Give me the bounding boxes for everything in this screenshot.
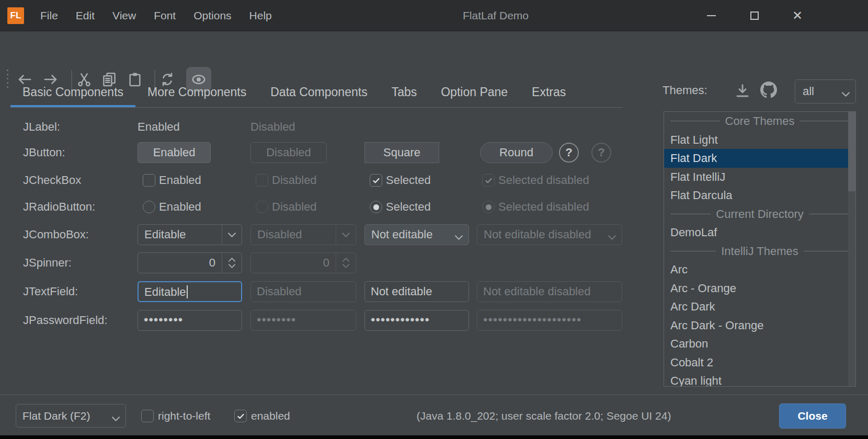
toolbar <box>0 32 868 64</box>
themes-label: Themes: <box>663 78 707 102</box>
radio-disabled-label: Disabled <box>272 201 317 213</box>
combobox-not-editable-disabled: Not editable disabled <box>477 224 622 245</box>
theme-item-cobalt-2[interactable]: Cobalt 2 <box>664 353 855 372</box>
jpasswordfield-row-label: JPasswordField: <box>23 311 135 330</box>
toolbar-grip-handle[interactable] <box>7 70 8 88</box>
theme-item-arc-dark-orange[interactable]: Arc Dark - Orange <box>664 316 855 335</box>
spinner-enabled[interactable]: 0 <box>138 252 242 273</box>
themes-scrollbar[interactable] <box>848 112 855 386</box>
combo-arrow-section <box>336 225 356 245</box>
chevron-down-icon <box>608 233 616 237</box>
checkmark-icon <box>372 177 380 184</box>
laf-selector-combobox[interactable]: Flat Dark (F2) <box>16 404 126 428</box>
radio-selected-label: Selected <box>386 201 431 213</box>
theme-item-flat-light[interactable]: Flat Light <box>664 131 855 149</box>
checkbox-disabled <box>256 174 268 187</box>
checkbox-enabled[interactable] <box>143 174 155 187</box>
app-logo-icon: FL <box>7 7 24 24</box>
theme-item-flat-dark-selected[interactable]: Flat Dark <box>664 149 855 168</box>
radio-selected[interactable] <box>370 201 382 213</box>
themes-separator: IntelliJ Themes <box>664 242 855 261</box>
tab-more-components[interactable]: More Components <box>135 78 258 108</box>
combobox-editable[interactable]: Editable <box>138 224 242 245</box>
jradiobutton-row-label: JRadioButton: <box>23 198 135 216</box>
close-window-button[interactable]: ✕ <box>780 0 815 31</box>
minimize-icon <box>707 15 716 16</box>
close-icon: ✕ <box>792 9 803 22</box>
checkmark-icon <box>485 177 493 184</box>
checkbox-selected-label: Selected <box>386 174 431 187</box>
tab-data-components[interactable]: Data Components <box>258 78 379 108</box>
theme-item-flat-darcula[interactable]: Flat Darcula <box>664 186 855 205</box>
radio-enabled[interactable] <box>143 201 155 213</box>
themes-separator: Core Themes <box>664 112 855 131</box>
theme-item-carbon[interactable]: Carbon <box>664 334 855 353</box>
tab-extras[interactable]: Extras <box>520 78 578 108</box>
help-button[interactable]: ? <box>559 143 579 163</box>
jbutton-row-label: JButton: <box>23 143 135 162</box>
tab-separator-line <box>10 107 623 108</box>
combobox-not-editable[interactable]: Not editable <box>364 224 469 245</box>
disabled-button: Disabled <box>250 142 327 163</box>
jspinner-row-label: JSpinner: <box>23 253 135 272</box>
menu-edit[interactable]: Edit <box>67 0 104 31</box>
theme-item-arc-orange[interactable]: Arc - Orange <box>664 279 855 298</box>
theme-filter-combobox[interactable]: all <box>795 79 856 103</box>
themes-separator: Current Directory <box>664 205 855 224</box>
chevron-down-icon <box>842 89 850 94</box>
radio-enabled-label: Enabled <box>159 201 201 213</box>
themes-list: Core Themes Flat Light Flat Dark Flat In… <box>664 111 856 387</box>
status-info-text: (Java 1.8.0_202; user scale factor 2.0; … <box>220 404 868 428</box>
jlabel-enabled: Enabled <box>138 118 180 136</box>
textfield-editable[interactable]: Editable <box>138 281 242 302</box>
tab-option-pane[interactable]: Option Pane <box>429 78 520 108</box>
tab-basic-components[interactable]: Basic Components <box>10 78 135 108</box>
textfield-not-editable[interactable]: Not editable <box>364 281 469 302</box>
theme-item-arc-dark[interactable]: Arc Dark <box>664 297 855 316</box>
passwordfield-editable[interactable]: •••••••• <box>138 310 242 331</box>
github-link-button[interactable] <box>760 82 779 100</box>
theme-item-cyan-light[interactable]: Cyan light <box>664 372 855 387</box>
help-button-disabled: ? <box>591 143 611 163</box>
jlabel-disabled: Disabled <box>250 118 295 136</box>
radio-disabled <box>256 201 268 213</box>
github-icon <box>760 82 777 98</box>
checkbox-selected[interactable] <box>370 174 382 187</box>
round-button[interactable]: Round <box>480 142 553 163</box>
download-themes-button[interactable] <box>734 83 751 99</box>
textfield-disabled: Disabled <box>250 281 356 302</box>
chevron-down-icon <box>342 264 349 268</box>
enabled-button[interactable]: Enabled <box>138 142 211 163</box>
checkbox-enabled-label: Enabled <box>159 174 201 187</box>
jlabel-row-label: JLabel: <box>23 118 135 136</box>
close-button[interactable]: Close <box>779 403 846 429</box>
radio-selected-disabled-label: Selected disabled <box>498 201 589 213</box>
checkbox-selected-disabled <box>482 174 495 187</box>
theme-item-demolaf[interactable]: DemoLaf <box>664 223 855 242</box>
themes-scrollbar-thumb[interactable] <box>848 112 855 191</box>
chevron-up-icon <box>229 258 235 262</box>
chevron-down-icon <box>228 233 236 237</box>
component-tabs: Basic Components More Components Data Co… <box>10 78 578 108</box>
theme-item-arc[interactable]: Arc <box>664 260 855 279</box>
theme-item-flat-intellij[interactable]: Flat IntelliJ <box>664 168 855 187</box>
flatlaf-demo-window: FL File Edit View Font Options Help Flat… <box>0 0 868 439</box>
jtextfield-row-label: JTextField: <box>23 282 135 301</box>
radio-selected-disabled <box>482 201 495 213</box>
right-to-left-checkbox[interactable] <box>141 410 154 422</box>
minimize-button[interactable] <box>694 0 728 31</box>
passwordfield-not-editable[interactable]: •••••••••••• <box>364 310 469 331</box>
passwordfield-disabled: •••••••• <box>250 310 356 331</box>
menu-file[interactable]: File <box>31 0 67 31</box>
titlebar: FL File Edit View Font Options Help Flat… <box>0 0 868 31</box>
maximize-icon <box>750 11 759 20</box>
square-button[interactable]: Square <box>364 142 439 163</box>
chevron-down-icon <box>112 414 120 419</box>
tab-tabs[interactable]: Tabs <box>380 78 429 108</box>
spinner-disabled: 0 <box>250 252 356 273</box>
screen-bottom-edge <box>0 435 868 439</box>
combo-arrow-section[interactable] <box>222 225 242 245</box>
passwordfield-not-editable-disabled: •••••••••••••••••••• <box>477 310 622 331</box>
maximize-button[interactable] <box>737 0 772 31</box>
spinner-arrows[interactable] <box>222 253 242 273</box>
